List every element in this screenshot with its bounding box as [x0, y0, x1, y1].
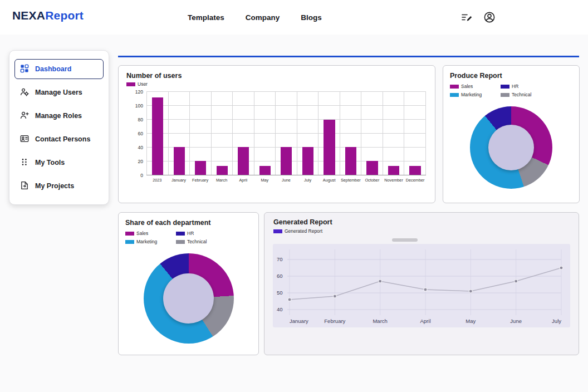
- legend-swatch: [125, 240, 134, 244]
- nav-company[interactable]: Company: [246, 13, 280, 22]
- sidebar-item-manage-roles[interactable]: Manage Roles: [14, 106, 104, 126]
- bar-cell: [340, 92, 361, 175]
- x-axis-label: March: [211, 178, 233, 183]
- x-axis-label: October: [361, 178, 383, 183]
- legend-item: Marketing: [125, 239, 174, 244]
- bar: [152, 97, 163, 175]
- x-axis-label: June: [276, 178, 297, 183]
- svg-text:February: February: [324, 318, 345, 324]
- nav-blogs[interactable]: Blogs: [301, 13, 322, 22]
- logo-brand-accent: Report: [45, 9, 84, 22]
- sidebar-item-my-tools[interactable]: My Tools: [14, 153, 104, 173]
- bar-cell: [404, 92, 426, 175]
- card-title: Generated Report: [273, 218, 574, 226]
- chart-scrollbar-thumb[interactable]: [392, 238, 418, 242]
- legend-swatch: [501, 93, 509, 97]
- sidebar-item-contact-persons[interactable]: Contact Persons: [14, 129, 104, 149]
- produce-doughnut-chart: [470, 106, 552, 189]
- bar: [345, 147, 356, 175]
- legend-swatch: [125, 232, 134, 236]
- svg-text:January: January: [290, 318, 308, 324]
- logo-brand-dark: NEXA: [12, 9, 45, 22]
- manage-users-icon: [20, 87, 29, 98]
- x-axis-label: September: [340, 178, 361, 183]
- bar-plot-area: 020406080100120: [146, 92, 426, 175]
- legend-swatch: [126, 82, 135, 86]
- sidebar-item-my-projects[interactable]: My Projects: [14, 176, 104, 196]
- legend-swatch: [273, 229, 282, 233]
- svg-text:60: 60: [277, 273, 283, 279]
- logo[interactable]: NEXAReport: [12, 9, 84, 22]
- legend-label: Marketing: [461, 92, 482, 97]
- sidebar-item-dashboard[interactable]: Dashboard: [14, 59, 104, 79]
- svg-text:May: May: [465, 318, 476, 324]
- y-axis-label: 80: [125, 117, 143, 122]
- bar-cell: [318, 92, 340, 175]
- sidebar-item-manage-users[interactable]: Manage Users: [14, 82, 104, 102]
- legend-swatch: [176, 232, 185, 236]
- dashboard-icon: [20, 64, 29, 75]
- legend-label: Generated Report: [285, 228, 322, 234]
- bar: [217, 166, 228, 175]
- bar-cell: [168, 92, 190, 175]
- legend-item: User: [126, 81, 148, 87]
- my-projects-icon: [20, 181, 29, 192]
- bar: [324, 120, 335, 175]
- legend-swatch: [450, 93, 459, 97]
- produce-legend: SalesHRMarketingTechnical: [450, 84, 549, 97]
- bar: [388, 166, 399, 175]
- my-tools-icon: [20, 158, 29, 168]
- legend-label: Marketing: [136, 239, 157, 244]
- legend-item: Sales: [125, 231, 174, 236]
- legend-item: Generated Report: [273, 228, 322, 234]
- y-axis-label: 60: [125, 131, 143, 136]
- manage-roles-icon: [20, 111, 29, 121]
- sidebar-item-label: My Tools: [35, 159, 65, 166]
- card-title: Number of users: [126, 72, 427, 80]
- contact-persons-icon: [20, 134, 29, 145]
- generated-line-chart: JanuaryFebruaryMarchAprilMayJuneJuly4050…: [273, 244, 570, 327]
- compose-icon[interactable]: [461, 12, 472, 22]
- x-axis-label: July: [297, 178, 318, 183]
- bar-cell: [146, 92, 168, 175]
- x-axis-label: August: [318, 178, 340, 183]
- x-axis-label: May: [254, 178, 276, 183]
- sidebar-item-label: Manage Users: [35, 89, 82, 96]
- sidebar-item-label: Dashboard: [35, 65, 71, 73]
- legend-label: Technical: [512, 92, 531, 97]
- account-icon[interactable]: [483, 11, 496, 23]
- generated-report-card: Generated Report Generated Report Januar…: [264, 212, 579, 355]
- legend-label: Sales: [136, 231, 148, 236]
- header: NEXAReport Templates Company Blogs: [0, 0, 588, 35]
- bar-cell: [189, 92, 211, 175]
- app-root: NEXAReport Templates Company Blogs: [0, 0, 588, 392]
- header-icons: [461, 0, 496, 35]
- bar-cell: [297, 92, 318, 175]
- share-doughnut-chart: [144, 253, 234, 344]
- legend-item: Technical: [176, 239, 224, 244]
- y-axis-label: 120: [125, 90, 143, 95]
- legend-label: Technical: [187, 239, 207, 244]
- line-chart-legend: Generated Report: [273, 228, 574, 234]
- bar: [409, 166, 420, 175]
- bar-cell: [254, 92, 276, 175]
- legend-item: Technical: [501, 92, 549, 97]
- legend-item: HR: [501, 84, 549, 89]
- bar: [366, 161, 378, 175]
- donut-hole: [163, 273, 214, 324]
- legend-label: Sales: [461, 84, 473, 89]
- legend-item: Sales: [450, 84, 498, 89]
- svg-text:April: April: [420, 318, 430, 324]
- legend-swatch: [450, 85, 459, 89]
- x-axis-label: 2023: [146, 178, 168, 183]
- legend-label: HR: [512, 84, 518, 89]
- bar: [281, 147, 292, 175]
- bar: [302, 147, 313, 175]
- donut-hole: [488, 125, 535, 171]
- nav-templates[interactable]: Templates: [188, 13, 224, 22]
- x-axis-label: February: [189, 178, 211, 183]
- y-axis-label: 0: [125, 173, 143, 178]
- bar-cell: [232, 92, 254, 175]
- legend-swatch: [176, 240, 185, 244]
- bar-cell: [211, 92, 233, 175]
